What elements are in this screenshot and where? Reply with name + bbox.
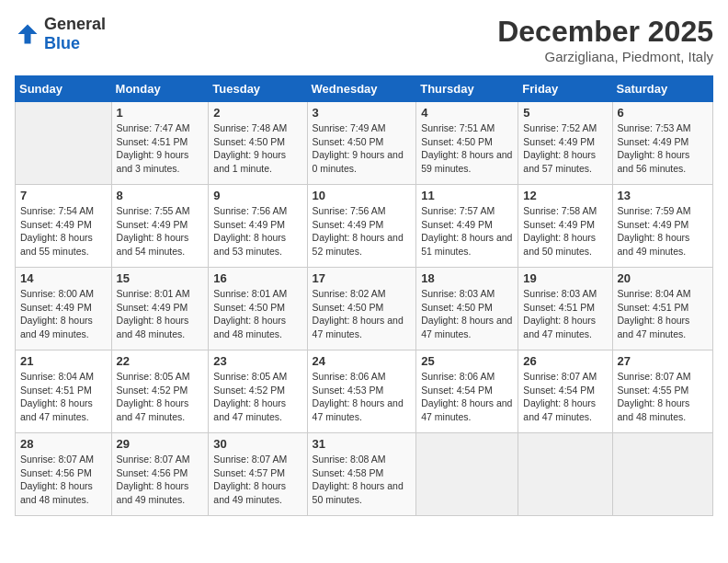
day-info: Sunrise: 8:05 AMSunset: 4:52 PMDaylight:… — [117, 371, 190, 422]
day-number: 29 — [117, 437, 204, 451]
day-number: 6 — [618, 106, 708, 120]
day-number: 4 — [421, 106, 513, 120]
day-number: 20 — [618, 271, 708, 285]
calendar-day-cell: 21 Sunrise: 8:04 AMSunset: 4:51 PMDaylig… — [16, 350, 112, 433]
calendar-table: SundayMondayTuesdayWednesdayThursdayFrid… — [15, 75, 713, 516]
title-area: December 2025 Garzigliana, Piedmont, Ita… — [497, 15, 713, 64]
calendar-header-cell: Saturday — [612, 76, 712, 102]
main-title: December 2025 — [497, 15, 713, 49]
logo-icon — [15, 21, 40, 47]
calendar-week-row: 21 Sunrise: 8:04 AMSunset: 4:51 PMDaylig… — [16, 350, 713, 433]
calendar-day-cell: 30 Sunrise: 8:07 AMSunset: 4:57 PMDaylig… — [209, 433, 307, 516]
day-info: Sunrise: 7:47 AMSunset: 4:51 PMDaylight:… — [117, 122, 190, 174]
calendar-week-row: 1 Sunrise: 7:47 AMSunset: 4:51 PMDayligh… — [16, 102, 713, 185]
calendar-week-row: 14 Sunrise: 8:00 AMSunset: 4:49 PMDaylig… — [16, 268, 713, 350]
calendar-day-cell: 2 Sunrise: 7:48 AMSunset: 4:50 PMDayligh… — [209, 102, 307, 185]
day-number: 25 — [421, 354, 513, 368]
day-number: 2 — [213, 106, 301, 120]
day-info: Sunrise: 8:03 AMSunset: 4:50 PMDaylight:… — [421, 288, 512, 339]
day-number: 10 — [313, 189, 412, 202]
day-info: Sunrise: 8:08 AMSunset: 4:58 PMDaylight:… — [313, 454, 404, 505]
calendar-header-row: SundayMondayTuesdayWednesdayThursdayFrid… — [16, 76, 713, 102]
calendar-day-cell — [416, 433, 518, 516]
calendar-day-cell: 5 Sunrise: 7:52 AMSunset: 4:49 PMDayligh… — [518, 102, 612, 185]
day-info: Sunrise: 7:59 AMSunset: 4:49 PMDaylight:… — [618, 205, 691, 257]
day-number: 27 — [618, 354, 708, 368]
day-number: 24 — [313, 354, 412, 368]
calendar-header-cell: Tuesday — [209, 76, 307, 102]
day-info: Sunrise: 8:06 AMSunset: 4:54 PMDaylight:… — [421, 371, 512, 422]
calendar-day-cell: 25 Sunrise: 8:06 AMSunset: 4:54 PMDaylig… — [416, 350, 518, 433]
day-number: 18 — [421, 271, 513, 285]
day-info: Sunrise: 7:51 AMSunset: 4:50 PMDaylight:… — [421, 122, 512, 174]
calendar-day-cell: 23 Sunrise: 8:05 AMSunset: 4:52 PMDaylig… — [209, 350, 307, 433]
day-info: Sunrise: 7:52 AMSunset: 4:49 PMDaylight:… — [523, 122, 597, 174]
calendar-day-cell: 12 Sunrise: 7:58 AMSunset: 4:49 PMDaylig… — [518, 185, 612, 268]
day-number: 12 — [523, 189, 607, 202]
calendar-header-cell: Thursday — [416, 76, 518, 102]
day-number: 21 — [20, 354, 107, 368]
calendar-day-cell: 19 Sunrise: 8:03 AMSunset: 4:51 PMDaylig… — [518, 268, 612, 350]
calendar-week-row: 7 Sunrise: 7:54 AMSunset: 4:49 PMDayligh… — [16, 185, 713, 268]
calendar-day-cell: 26 Sunrise: 8:07 AMSunset: 4:54 PMDaylig… — [518, 350, 612, 433]
calendar-day-cell: 3 Sunrise: 7:49 AMSunset: 4:50 PMDayligh… — [307, 102, 416, 185]
logo-text-blue: Blue — [44, 34, 80, 52]
day-info: Sunrise: 7:57 AMSunset: 4:49 PMDaylight:… — [421, 205, 512, 257]
day-number: 16 — [213, 271, 301, 285]
calendar-day-cell: 9 Sunrise: 7:56 AMSunset: 4:49 PMDayligh… — [209, 185, 307, 268]
svg-marker-0 — [18, 25, 38, 44]
calendar-day-cell: 22 Sunrise: 8:05 AMSunset: 4:52 PMDaylig… — [111, 350, 209, 433]
day-info: Sunrise: 8:04 AMSunset: 4:51 PMDaylight:… — [20, 371, 94, 422]
day-info: Sunrise: 7:56 AMSunset: 4:49 PMDaylight:… — [313, 205, 404, 257]
calendar-day-cell: 14 Sunrise: 8:00 AMSunset: 4:49 PMDaylig… — [16, 268, 112, 350]
day-number: 17 — [313, 271, 412, 285]
day-info: Sunrise: 8:07 AMSunset: 4:56 PMDaylight:… — [117, 454, 190, 505]
calendar-day-cell: 31 Sunrise: 8:08 AMSunset: 4:58 PMDaylig… — [307, 433, 416, 516]
calendar-day-cell: 11 Sunrise: 7:57 AMSunset: 4:49 PMDaylig… — [416, 185, 518, 268]
calendar-header-cell: Wednesday — [307, 76, 416, 102]
day-number: 31 — [313, 437, 412, 451]
calendar-day-cell: 10 Sunrise: 7:56 AMSunset: 4:49 PMDaylig… — [307, 185, 416, 268]
calendar-day-cell — [16, 102, 112, 185]
calendar-day-cell: 24 Sunrise: 8:06 AMSunset: 4:53 PMDaylig… — [307, 350, 416, 433]
header: General Blue December 2025 Garzigliana, … — [15, 15, 713, 64]
day-number: 13 — [618, 189, 708, 202]
subtitle: Garzigliana, Piedmont, Italy — [497, 49, 713, 64]
day-number: 7 — [20, 189, 107, 202]
day-number: 30 — [213, 437, 301, 451]
day-number: 11 — [421, 189, 513, 202]
day-number: 23 — [213, 354, 301, 368]
calendar-day-cell: 17 Sunrise: 8:02 AMSunset: 4:50 PMDaylig… — [307, 268, 416, 350]
day-info: Sunrise: 7:49 AMSunset: 4:50 PMDaylight:… — [313, 122, 404, 174]
calendar-day-cell: 13 Sunrise: 7:59 AMSunset: 4:49 PMDaylig… — [612, 185, 712, 268]
day-info: Sunrise: 8:07 AMSunset: 4:56 PMDaylight:… — [20, 454, 94, 505]
calendar-header-cell: Sunday — [16, 76, 112, 102]
day-info: Sunrise: 8:00 AMSunset: 4:49 PMDaylight:… — [20, 288, 94, 339]
day-info: Sunrise: 7:56 AMSunset: 4:49 PMDaylight:… — [213, 205, 287, 257]
calendar-header-cell: Friday — [518, 76, 612, 102]
calendar-day-cell: 1 Sunrise: 7:47 AMSunset: 4:51 PMDayligh… — [111, 102, 209, 185]
day-info: Sunrise: 7:53 AMSunset: 4:49 PMDaylight:… — [618, 122, 691, 174]
calendar-day-cell: 29 Sunrise: 8:07 AMSunset: 4:56 PMDaylig… — [111, 433, 209, 516]
day-number: 14 — [20, 271, 107, 285]
calendar-day-cell: 4 Sunrise: 7:51 AMSunset: 4:50 PMDayligh… — [416, 102, 518, 185]
calendar-day-cell — [612, 433, 712, 516]
calendar-day-cell: 27 Sunrise: 8:07 AMSunset: 4:55 PMDaylig… — [612, 350, 712, 433]
day-number: 3 — [313, 106, 412, 120]
day-number: 5 — [523, 106, 607, 120]
day-info: Sunrise: 8:03 AMSunset: 4:51 PMDaylight:… — [523, 288, 597, 339]
calendar-day-cell: 7 Sunrise: 7:54 AMSunset: 4:49 PMDayligh… — [16, 185, 112, 268]
calendar-header-cell: Monday — [111, 76, 209, 102]
day-number: 19 — [523, 271, 607, 285]
day-number: 22 — [117, 354, 204, 368]
calendar-day-cell: 16 Sunrise: 8:01 AMSunset: 4:50 PMDaylig… — [209, 268, 307, 350]
logo-text-general: General — [44, 15, 106, 33]
day-info: Sunrise: 8:02 AMSunset: 4:50 PMDaylight:… — [313, 288, 404, 339]
day-info: Sunrise: 8:07 AMSunset: 4:57 PMDaylight:… — [213, 454, 287, 505]
day-number: 9 — [213, 189, 301, 202]
calendar-body: 1 Sunrise: 7:47 AMSunset: 4:51 PMDayligh… — [16, 102, 713, 516]
calendar-day-cell: 8 Sunrise: 7:55 AMSunset: 4:49 PMDayligh… — [111, 185, 209, 268]
day-number: 26 — [523, 354, 607, 368]
calendar-day-cell: 18 Sunrise: 8:03 AMSunset: 4:50 PMDaylig… — [416, 268, 518, 350]
logo: General Blue — [15, 15, 106, 53]
